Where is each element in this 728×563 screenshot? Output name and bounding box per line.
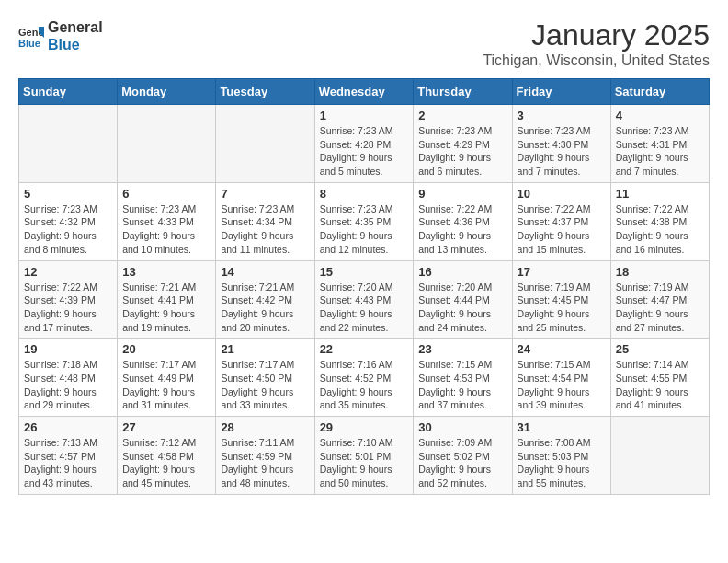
day-number: 20 (122, 342, 210, 356)
header: General Blue General Blue January 2025 T… (18, 18, 710, 69)
header-monday: Monday (118, 79, 216, 105)
day-info: Sunrise: 7:22 AM Sunset: 4:39 PM Dayligh… (24, 281, 112, 335)
calendar-week-4: 19Sunrise: 7:18 AM Sunset: 4:48 PM Dayli… (19, 339, 710, 417)
day-info: Sunrise: 7:13 AM Sunset: 4:57 PM Dayligh… (24, 436, 112, 490)
calendar-week-3: 12Sunrise: 7:22 AM Sunset: 4:39 PM Dayli… (19, 260, 710, 339)
day-info: Sunrise: 7:22 AM Sunset: 4:37 PM Dayligh… (518, 202, 606, 257)
calendar-cell: 11Sunrise: 7:22 AM Sunset: 4:38 PM Dayli… (610, 182, 709, 260)
calendar-cell: 29Sunrise: 7:10 AM Sunset: 5:01 PM Dayli… (314, 417, 414, 495)
day-number: 10 (518, 187, 606, 201)
day-number: 7 (221, 187, 309, 201)
day-number: 14 (221, 265, 309, 279)
day-info: Sunrise: 7:14 AM Sunset: 4:55 PM Dayligh… (616, 358, 704, 412)
day-number: 26 (24, 420, 112, 434)
day-number: 9 (418, 187, 506, 201)
day-info: Sunrise: 7:23 AM Sunset: 4:28 PM Dayligh… (320, 124, 409, 178)
calendar-cell: 26Sunrise: 7:13 AM Sunset: 4:57 PM Dayli… (19, 417, 118, 495)
calendar-week-5: 26Sunrise: 7:13 AM Sunset: 4:57 PM Dayli… (19, 417, 710, 495)
day-number: 23 (418, 342, 506, 356)
day-info: Sunrise: 7:23 AM Sunset: 4:35 PM Dayligh… (320, 202, 409, 257)
calendar-cell: 3Sunrise: 7:23 AM Sunset: 4:30 PM Daylig… (512, 105, 610, 183)
day-number: 11 (616, 187, 704, 201)
day-number: 4 (616, 109, 704, 122)
day-info: Sunrise: 7:09 AM Sunset: 5:02 PM Dayligh… (418, 436, 506, 490)
calendar-cell: 16Sunrise: 7:20 AM Sunset: 4:44 PM Dayli… (414, 260, 512, 339)
calendar-cell: 6Sunrise: 7:23 AM Sunset: 4:33 PM Daylig… (118, 182, 216, 260)
day-number: 15 (320, 265, 409, 279)
calendar-cell: 15Sunrise: 7:20 AM Sunset: 4:43 PM Dayli… (314, 260, 414, 339)
calendar-cell: 31Sunrise: 7:08 AM Sunset: 5:03 PM Dayli… (512, 417, 610, 495)
calendar-cell: 25Sunrise: 7:14 AM Sunset: 4:55 PM Dayli… (610, 339, 709, 417)
day-number: 13 (122, 265, 210, 279)
day-info: Sunrise: 7:19 AM Sunset: 4:47 PM Dayligh… (616, 281, 704, 335)
title-area: January 2025 Tichigan, Wisconsin, United… (483, 18, 710, 69)
day-info: Sunrise: 7:21 AM Sunset: 4:41 PM Dayligh… (122, 281, 210, 335)
month-title: January 2025 (483, 18, 710, 52)
day-info: Sunrise: 7:15 AM Sunset: 4:54 PM Dayligh… (518, 358, 606, 412)
day-info: Sunrise: 7:20 AM Sunset: 4:43 PM Dayligh… (320, 281, 409, 335)
calendar-cell: 10Sunrise: 7:22 AM Sunset: 4:37 PM Dayli… (512, 182, 610, 260)
day-number: 1 (320, 109, 409, 122)
calendar-cell: 20Sunrise: 7:17 AM Sunset: 4:49 PM Dayli… (118, 339, 216, 417)
header-friday: Friday (512, 79, 610, 105)
day-info: Sunrise: 7:23 AM Sunset: 4:32 PM Dayligh… (24, 202, 112, 257)
calendar-cell: 14Sunrise: 7:21 AM Sunset: 4:42 PM Dayli… (216, 260, 314, 339)
day-number: 6 (122, 187, 210, 201)
calendar-cell: 7Sunrise: 7:23 AM Sunset: 4:34 PM Daylig… (216, 182, 314, 260)
day-info: Sunrise: 7:19 AM Sunset: 4:45 PM Dayligh… (518, 281, 606, 335)
day-info: Sunrise: 7:21 AM Sunset: 4:42 PM Dayligh… (221, 281, 309, 335)
day-info: Sunrise: 7:15 AM Sunset: 4:53 PM Dayligh… (418, 358, 506, 412)
day-info: Sunrise: 7:22 AM Sunset: 4:36 PM Dayligh… (418, 202, 506, 257)
calendar-cell: 1Sunrise: 7:23 AM Sunset: 4:28 PM Daylig… (314, 105, 414, 183)
calendar-cell: 4Sunrise: 7:23 AM Sunset: 4:31 PM Daylig… (610, 105, 709, 183)
day-number: 29 (320, 420, 409, 434)
calendar-week-2: 5Sunrise: 7:23 AM Sunset: 4:32 PM Daylig… (19, 182, 710, 260)
day-info: Sunrise: 7:12 AM Sunset: 4:58 PM Dayligh… (122, 436, 210, 490)
day-number: 27 (122, 420, 210, 434)
calendar-cell: 18Sunrise: 7:19 AM Sunset: 4:47 PM Dayli… (610, 260, 709, 339)
logo-blue-text: Blue (48, 36, 103, 53)
day-info: Sunrise: 7:23 AM Sunset: 4:30 PM Dayligh… (518, 124, 606, 178)
calendar-cell: 12Sunrise: 7:22 AM Sunset: 4:39 PM Dayli… (19, 260, 118, 339)
day-info: Sunrise: 7:17 AM Sunset: 4:50 PM Dayligh… (221, 358, 309, 412)
day-info: Sunrise: 7:08 AM Sunset: 5:03 PM Dayligh… (518, 436, 606, 490)
calendar-table: SundayMondayTuesdayWednesdayThursdayFrid… (18, 78, 710, 495)
calendar-week-1: 1Sunrise: 7:23 AM Sunset: 4:28 PM Daylig… (19, 105, 710, 183)
calendar-cell (118, 105, 216, 183)
location-title: Tichigan, Wisconsin, United States (483, 52, 710, 69)
calendar-cell: 30Sunrise: 7:09 AM Sunset: 5:02 PM Dayli… (414, 417, 512, 495)
day-info: Sunrise: 7:16 AM Sunset: 4:52 PM Dayligh… (320, 358, 409, 412)
calendar-cell: 22Sunrise: 7:16 AM Sunset: 4:52 PM Dayli… (314, 339, 414, 417)
calendar-cell (19, 105, 118, 183)
calendar-cell (610, 417, 709, 495)
day-number: 2 (418, 109, 506, 122)
day-info: Sunrise: 7:23 AM Sunset: 4:29 PM Dayligh… (418, 124, 506, 178)
day-info: Sunrise: 7:23 AM Sunset: 4:31 PM Dayligh… (616, 124, 704, 178)
day-number: 25 (616, 342, 704, 356)
calendar-cell: 8Sunrise: 7:23 AM Sunset: 4:35 PM Daylig… (314, 182, 414, 260)
day-number: 22 (320, 342, 409, 356)
logo-icon: General Blue (18, 23, 44, 49)
day-number: 21 (221, 342, 309, 356)
day-info: Sunrise: 7:11 AM Sunset: 4:59 PM Dayligh… (221, 436, 309, 490)
logo-general-text: General (48, 18, 103, 36)
day-number: 12 (24, 265, 112, 279)
day-number: 19 (24, 342, 112, 356)
logo: General Blue General Blue (18, 18, 103, 53)
day-number: 31 (518, 420, 606, 434)
day-number: 8 (320, 187, 409, 201)
day-number: 16 (418, 265, 506, 279)
calendar-header-row: SundayMondayTuesdayWednesdayThursdayFrid… (19, 79, 710, 105)
day-info: Sunrise: 7:20 AM Sunset: 4:44 PM Dayligh… (418, 281, 506, 335)
calendar-cell: 9Sunrise: 7:22 AM Sunset: 4:36 PM Daylig… (414, 182, 512, 260)
day-number: 3 (518, 109, 606, 122)
calendar-cell: 2Sunrise: 7:23 AM Sunset: 4:29 PM Daylig… (414, 105, 512, 183)
calendar-cell: 5Sunrise: 7:23 AM Sunset: 4:32 PM Daylig… (19, 182, 118, 260)
calendar-cell: 28Sunrise: 7:11 AM Sunset: 4:59 PM Dayli… (216, 417, 314, 495)
day-number: 24 (518, 342, 606, 356)
day-number: 30 (418, 420, 506, 434)
calendar-cell: 27Sunrise: 7:12 AM Sunset: 4:58 PM Dayli… (118, 417, 216, 495)
day-number: 28 (221, 420, 309, 434)
svg-text:Blue: Blue (18, 38, 40, 49)
day-info: Sunrise: 7:23 AM Sunset: 4:34 PM Dayligh… (221, 202, 309, 257)
